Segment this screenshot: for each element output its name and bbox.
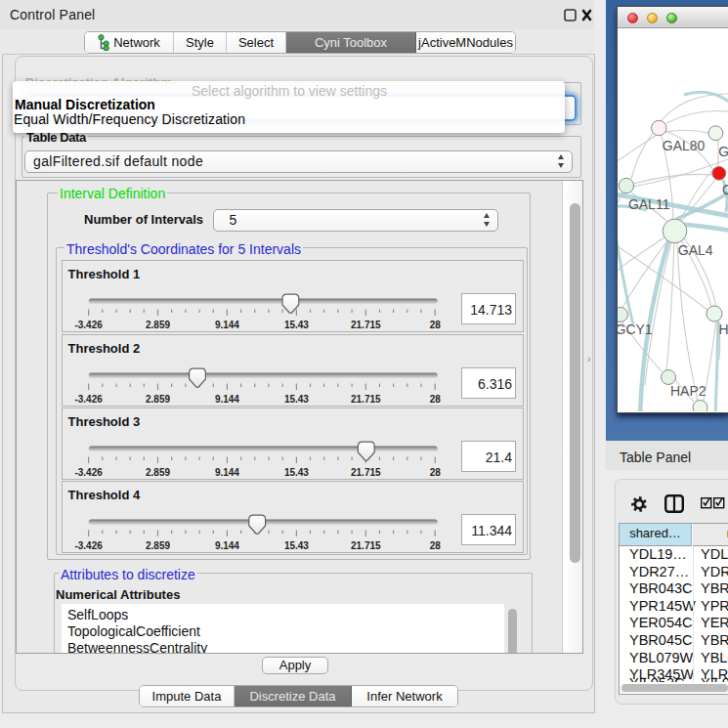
svg-text:21.715: 21.715 <box>351 467 381 478</box>
svg-text:15.43: 15.43 <box>284 394 309 405</box>
svg-text:-3.426: -3.426 <box>74 540 103 551</box>
svg-text:28: 28 <box>430 540 442 551</box>
svg-text:9.144: 9.144 <box>215 467 239 478</box>
svg-text:-3.426: -3.426 <box>74 394 103 405</box>
svg-text:2.859: 2.859 <box>146 394 170 405</box>
svg-text:G: G <box>718 144 728 159</box>
svg-text:H: H <box>719 321 728 337</box>
svg-text:2.859: 2.859 <box>146 540 170 551</box>
svg-text:28: 28 <box>430 394 442 405</box>
svg-text:15.43: 15.43 <box>284 540 309 551</box>
svg-text:2.859: 2.859 <box>146 320 170 330</box>
svg-text:C: C <box>722 182 728 197</box>
svg-text:GAL80: GAL80 <box>663 138 706 153</box>
svg-text:15.43: 15.43 <box>284 320 309 330</box>
svg-text:28: 28 <box>430 320 442 330</box>
svg-text:21.715: 21.715 <box>351 540 381 551</box>
svg-text:9.144: 9.144 <box>215 320 239 330</box>
svg-text:21.715: 21.715 <box>351 394 381 405</box>
svg-text:GAL4: GAL4 <box>678 242 713 258</box>
svg-text:28: 28 <box>430 467 442 478</box>
svg-text:9.144: 9.144 <box>215 540 239 551</box>
svg-text:2.859: 2.859 <box>146 467 170 478</box>
svg-text:21.715: 21.715 <box>351 320 381 330</box>
svg-text:15.43: 15.43 <box>284 467 309 478</box>
svg-text:GAL11: GAL11 <box>628 196 670 212</box>
svg-text:-3.426: -3.426 <box>74 320 103 330</box>
svg-text:HAP2: HAP2 <box>670 383 707 399</box>
svg-text:GCY1: GCY1 <box>618 321 653 337</box>
svg-text:-3.426: -3.426 <box>74 467 103 478</box>
svg-text:9.144: 9.144 <box>215 394 239 405</box>
